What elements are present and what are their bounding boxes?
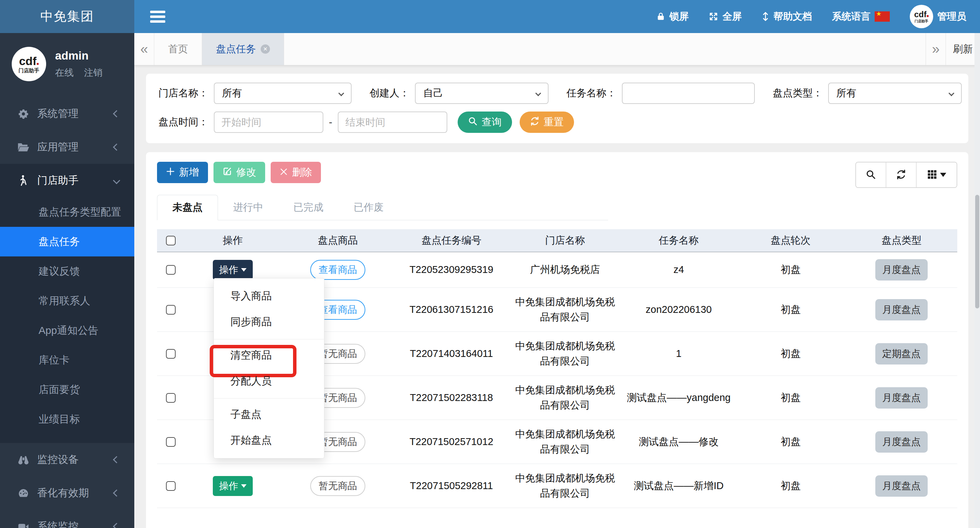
reset-button[interactable]: 重置 bbox=[520, 111, 574, 133]
row-action-button[interactable]: 操作 bbox=[213, 476, 253, 496]
chevron-left-icon bbox=[113, 456, 120, 463]
table-search-button[interactable] bbox=[856, 162, 886, 187]
sidebar-item-system-monitoring[interactable]: 系统监控 bbox=[0, 510, 134, 528]
sidebar-submenu-item[interactable]: 业绩目标 bbox=[0, 404, 134, 434]
scrollbar-thumb[interactable] bbox=[975, 195, 979, 309]
sidebar: cdf■ 门店助手 admin 在线 注销 系统管理 应用管理 门店助手 bbox=[0, 33, 134, 528]
dropdown-menu-item[interactable]: 清空商品 bbox=[214, 339, 324, 368]
sidebar-submenu-item[interactable]: 店面要货 bbox=[0, 375, 134, 404]
admin-user-button[interactable]: cdf■ 门店助手 管理员 bbox=[910, 5, 966, 28]
scroll-tabs-left-icon[interactable]: « bbox=[134, 33, 154, 65]
round-cell: 初盘 bbox=[735, 252, 846, 288]
product-pill[interactable]: 查看商品 bbox=[310, 260, 365, 280]
fullscreen-icon bbox=[709, 12, 718, 21]
range-separator: - bbox=[329, 116, 332, 128]
person-walking-icon bbox=[16, 175, 31, 186]
status-tab[interactable]: 进行中 bbox=[218, 195, 278, 220]
scrollbar[interactable] bbox=[975, 33, 980, 528]
edit-button[interactable]: 修改 bbox=[213, 162, 265, 183]
menu-toggle-icon[interactable] bbox=[150, 9, 165, 24]
lock-screen-button[interactable]: 锁屏 bbox=[656, 10, 689, 23]
column-header: 盘点商品 bbox=[281, 229, 395, 252]
sidebar-item-system-management[interactable]: 系统管理 bbox=[0, 97, 134, 130]
inventory-type-badge: 月度盘点 bbox=[875, 259, 928, 280]
fullscreen-button[interactable]: 全屏 bbox=[709, 10, 742, 23]
topbar: 中免集团 锁屏 全屏 帮助文档 bbox=[0, 0, 980, 33]
delete-button[interactable]: 删除 bbox=[270, 162, 321, 183]
inventory-type-badge: 月度盘点 bbox=[875, 476, 928, 497]
task-name-cell: 测试盘点——yangdeng bbox=[622, 376, 735, 420]
store-name-label: 门店名称： bbox=[158, 86, 208, 100]
sidebar-item-monitoring-devices[interactable]: 监控设备 bbox=[0, 443, 134, 476]
dropdown-menu-item[interactable]: 同步商品 bbox=[214, 309, 324, 335]
column-header: 盘点类型 bbox=[846, 229, 957, 252]
row-checkbox[interactable] bbox=[166, 481, 176, 491]
table-tools-group bbox=[855, 162, 957, 188]
task-name-input[interactable] bbox=[622, 83, 755, 104]
column-header: 盘点轮次 bbox=[735, 229, 846, 252]
folder-icon bbox=[16, 142, 31, 153]
scroll-tabs-right-icon[interactable]: » bbox=[926, 33, 945, 65]
inventory-type-badge: 定期盘点 bbox=[875, 343, 928, 364]
end-time-input[interactable] bbox=[338, 111, 447, 133]
select-all-checkbox[interactable] bbox=[166, 236, 176, 245]
dropdown-menu-item[interactable]: 导入商品 bbox=[214, 283, 324, 309]
caret-down-icon bbox=[241, 268, 247, 272]
avatar[interactable]: cdf■ 门店助手 bbox=[12, 47, 46, 81]
sidebar-submenu-item[interactable]: 建议反馈 bbox=[0, 256, 134, 286]
task-table-wrap: 操作 盘点商品 盘点任务编号 门店名称 任务名称 盘点轮次 盘点类型 bbox=[157, 229, 957, 508]
help-docs-button[interactable]: 帮助文档 bbox=[762, 10, 812, 23]
sidebar-submenu-item[interactable]: 盘点任务 bbox=[0, 227, 134, 256]
add-button[interactable]: 新增 bbox=[157, 162, 208, 183]
system-language-button[interactable]: 系统语言 bbox=[832, 10, 890, 23]
creator-select[interactable]: 自己 bbox=[415, 83, 549, 104]
tab-home[interactable]: 首页 bbox=[154, 33, 202, 65]
task-name-cell: 1 bbox=[622, 332, 735, 376]
status-tab[interactable]: 未盘点 bbox=[157, 195, 218, 220]
status-tabs: 未盘点 进行中 已完成 已作废 bbox=[157, 195, 608, 220]
logout-link[interactable]: 注销 bbox=[84, 67, 103, 79]
tab-inventory-task[interactable]: 盘点任务 ✕ bbox=[202, 33, 284, 65]
binoculars-icon bbox=[16, 455, 31, 465]
status-tab[interactable]: 已作废 bbox=[339, 195, 399, 220]
sidebar-submenu-item[interactable]: 常用联系人 bbox=[0, 286, 134, 316]
dropdown-menu-item[interactable]: 子盘点 bbox=[214, 398, 324, 428]
dropdown-menu-item[interactable]: 分配人员 bbox=[214, 368, 324, 394]
video-camera-icon bbox=[16, 522, 31, 528]
store-name-select[interactable]: 所有 bbox=[214, 83, 352, 104]
refresh-icon bbox=[896, 169, 906, 181]
dropdown-menu-item[interactable]: 开始盘点 bbox=[214, 428, 324, 453]
search-button[interactable]: 查询 bbox=[458, 111, 512, 133]
row-checkbox[interactable] bbox=[166, 393, 176, 403]
table-columns-button[interactable] bbox=[916, 162, 956, 187]
product-pill[interactable]: 暂无商品 bbox=[310, 476, 365, 496]
store-name-cell: 广州机场免税店 bbox=[508, 252, 622, 288]
inventory-type-badge: 月度盘点 bbox=[875, 387, 928, 409]
inventory-type-select[interactable]: 所有 bbox=[828, 83, 962, 104]
status-tab[interactable]: 已完成 bbox=[278, 195, 339, 220]
row-checkbox[interactable] bbox=[166, 349, 176, 359]
column-header: 操作 bbox=[185, 229, 281, 252]
row-checkbox[interactable] bbox=[166, 265, 176, 275]
sidebar-submenu-item[interactable]: App通知公告 bbox=[0, 316, 134, 345]
row-action-button[interactable]: 操作 bbox=[213, 260, 253, 280]
table-refresh-button[interactable] bbox=[886, 162, 916, 187]
sidebar-item-perfume-expiry[interactable]: 香化有效期 bbox=[0, 476, 134, 510]
sidebar-item-store-assistant[interactable]: 门店助手 bbox=[0, 164, 134, 197]
chevron-left-icon bbox=[113, 143, 120, 151]
task-list-panel: 新增 修改 删除 bbox=[146, 152, 968, 528]
task-id-cell: T22071502283118 bbox=[395, 376, 508, 420]
start-time-input[interactable] bbox=[214, 111, 323, 133]
sidebar-submenu: 盘点任务类型配置 盘点任务 建议反馈 常用联系人 App通知公告 库位卡 店面要… bbox=[0, 197, 134, 434]
sidebar-submenu-item[interactable]: 盘点任务类型配置 bbox=[0, 197, 134, 227]
chevron-down-icon bbox=[339, 91, 344, 96]
sidebar-submenu-item[interactable]: 库位卡 bbox=[0, 345, 134, 375]
task-name-cell: 测试盘点——新增ID bbox=[622, 464, 735, 508]
row-checkbox[interactable] bbox=[166, 305, 176, 315]
close-tab-icon[interactable]: ✕ bbox=[261, 45, 270, 54]
row-checkbox[interactable] bbox=[166, 437, 176, 447]
sidebar-item-app-management[interactable]: 应用管理 bbox=[0, 130, 134, 164]
avatar: cdf■ 门店助手 bbox=[910, 5, 933, 28]
chevron-down-icon bbox=[535, 91, 541, 96]
inventory-type-badge: 月度盘点 bbox=[875, 299, 928, 320]
